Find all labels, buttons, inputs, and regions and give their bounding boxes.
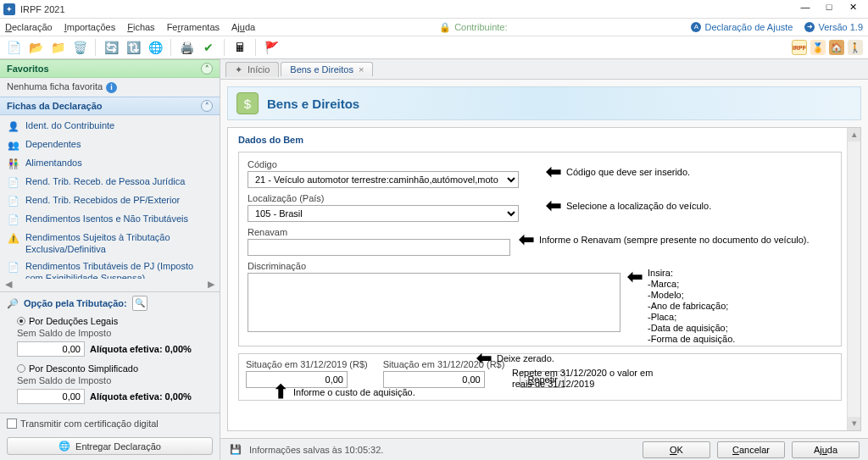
version-label: ➜Versão 1.9 <box>804 22 863 32</box>
sub-sem-saldo-2: Sem Saldo de Imposto <box>7 375 213 385</box>
menu-declaracao[interactable]: Declaração <box>5 22 53 32</box>
taxopt-title: Opção pela Tributação: <box>24 298 127 308</box>
window-title: IRPF 2021 <box>20 4 793 14</box>
sidebar-item-trib-exclusiva[interactable]: ⚠️Rendimentos Sujeitos à Tributação Excl… <box>0 229 220 258</box>
arrow-left-icon: ⬅ <box>546 200 561 212</box>
annot-discrim: Insira: -Marca; -Modelo; -Ano de fabrica… <box>648 268 735 345</box>
decl-type: ADeclaração de Ajuste <box>691 22 793 32</box>
toolbar: 📄 📂 📁 🗑️ 🔄 🔃 🌐 🖨️ ✔ 🖩 🚩 IRPF 🏅 🏠 🚶 <box>0 36 868 59</box>
situacao-row: Situação em 31/12/2019 (R$) Situação em … <box>238 353 842 401</box>
flag-icon[interactable]: 🚩 <box>263 39 280 56</box>
close-doc-icon[interactable]: 📁 <box>49 39 66 56</box>
page-title: Bens e Direitos <box>267 97 359 111</box>
content-area: ✦Início Bens e Direitos× $ Bens e Direit… <box>220 59 868 460</box>
annot-custo: Informe o custo de aquisição. <box>293 387 415 398</box>
tab-inicio[interactable]: ✦Início <box>225 62 279 77</box>
menu-importacoes[interactable]: Importações <box>64 22 116 32</box>
discrim-textarea[interactable] <box>248 273 620 332</box>
radio-simplificado[interactable]: Por Desconto Simplificado <box>7 362 213 375</box>
medal-icon[interactable]: 🏅 <box>810 40 826 55</box>
sidebar-item-rend-pf[interactable]: 📄Rend. Trib. Recebidos de PF/Exterior <box>0 191 220 210</box>
fichas-header[interactable]: Fichas da Declaração˄ <box>0 97 220 115</box>
trash-icon[interactable]: 🗑️ <box>71 39 88 56</box>
menu-ajuda[interactable]: Ajuda <box>231 22 255 32</box>
amount-1[interactable] <box>17 341 85 357</box>
magnifier-button[interactable]: 🔍 <box>132 296 147 311</box>
nav-next-icon[interactable]: ▶ <box>208 279 214 290</box>
amount-2[interactable] <box>17 389 85 404</box>
cancel-button[interactable]: Cancelar <box>717 441 785 458</box>
aliq-1: Alíquota efetiva: 0,00% <box>90 344 192 354</box>
irpf-badge: IRPF <box>792 40 807 55</box>
open-folder-icon[interactable]: 📂 <box>27 39 44 56</box>
annot-renavam: Informe o Renavam (sempre presente no do… <box>539 235 810 246</box>
favorites-empty: Nenhuma ficha favoritai <box>0 78 220 97</box>
sidebar: Favoritos˄ Nenhuma ficha favoritai Ficha… <box>0 59 220 460</box>
tax-option-panel: 🔎 Opção pela Tributação: 🔍 Por Deduções … <box>0 291 220 413</box>
menu-ferramentas[interactable]: Ferramentas <box>167 22 220 32</box>
money-icon: $ <box>236 92 259 114</box>
sit2019-input[interactable] <box>246 371 348 388</box>
arrow-left-icon: ⬅ <box>627 271 643 283</box>
sidebar-item-rend-pj[interactable]: 📄Rend. Trib. Receb. de Pessoa Jurídica <box>0 173 220 191</box>
ok-button[interactable]: OK <box>643 441 710 458</box>
save-status-icon: 💾 <box>229 443 242 457</box>
scroll-down-icon[interactable]: ▾ <box>848 417 860 430</box>
print-icon[interactable]: 🖨️ <box>178 39 195 56</box>
arrow-left-icon: ⬅ <box>519 234 534 246</box>
sidebar-item-ident[interactable]: 👤Ident. do Contribuinte <box>0 117 220 136</box>
sync2-icon[interactable]: 🔃 <box>125 39 142 56</box>
close-button[interactable]: ✕ <box>841 2 865 17</box>
nav-prev-icon[interactable]: ◀ <box>5 279 12 290</box>
fieldset-bem: Código 21 - Veículo automotor terrestre:… <box>238 152 842 346</box>
calculator-icon[interactable]: 🖩 <box>231 39 248 56</box>
person-icon[interactable]: 🚶 <box>848 40 863 55</box>
chevron-up-icon[interactable]: ˄ <box>201 100 213 112</box>
sit2020-input[interactable] <box>383 371 485 388</box>
scroll-up-icon[interactable]: ▴ <box>848 128 860 141</box>
sit2019-label: Situação em 31/12/2019 (R$) <box>246 359 368 369</box>
footer-bar: 💾 Informações salvas às 10:05:32. OK Can… <box>220 438 868 460</box>
sync-icon[interactable]: 🔄 <box>103 39 120 56</box>
section-dados-bem: Dados do Bem <box>228 128 860 148</box>
menu-fichas[interactable]: Fichas <box>127 22 154 32</box>
sidebar-item-dependentes[interactable]: 👥Dependentes <box>0 136 220 154</box>
cert-checkbox[interactable] <box>7 418 17 429</box>
check-icon[interactable]: ✔ <box>200 39 217 56</box>
annot-zerado: Deixe zerado. <box>497 353 554 364</box>
menu-bar: Declaração Importações Fichas Ferramenta… <box>0 19 868 36</box>
sub-sem-saldo-1: Sem Saldo de Imposto <box>7 328 213 338</box>
minimize-button[interactable]: — <box>793 2 817 17</box>
page-header: $ Bens e Direitos <box>227 86 861 120</box>
title-bar: ✦ IRPF 2021 — □ ✕ <box>0 0 868 19</box>
info-icon[interactable]: i <box>106 82 117 93</box>
annot-repete: Repete em 31/12/2020 o valor em reais de… <box>512 368 665 390</box>
help-button[interactable]: Ajuda <box>792 441 860 458</box>
codigo-select[interactable]: 21 - Veículo automotor terrestre:caminhã… <box>248 171 519 188</box>
favorites-header[interactable]: Favoritos˄ <box>0 59 220 78</box>
globe-icon[interactable]: 🌐 <box>147 39 164 56</box>
maximize-button[interactable]: □ <box>817 2 841 17</box>
radio-deducoes[interactable]: Por Deduções Legais <box>7 314 213 328</box>
deliver-button[interactable]: 🌐 Entregar Declaração <box>7 437 213 455</box>
sidebar-item-alimentandos[interactable]: 👫Alimentandos <box>0 154 220 173</box>
new-doc-icon[interactable]: 📄 <box>5 39 22 56</box>
app-icon: ✦ <box>3 3 15 15</box>
sidebar-item-exig-suspensa[interactable]: 📄Rendimentos Tributáveis de PJ (Imposto … <box>0 258 220 279</box>
cert-row[interactable]: Transmitir com certificação digital <box>0 413 220 434</box>
arrow-up-icon: ⬆ <box>273 386 288 398</box>
local-select[interactable]: 105 - Brasil <box>248 205 519 222</box>
arrow-left-icon: ⬅ <box>546 166 561 178</box>
discrim-label: Discriminação <box>248 261 832 271</box>
tab-close-icon[interactable]: × <box>359 64 364 75</box>
tab-bens-direitos[interactable]: Bens e Direitos× <box>281 62 373 76</box>
form-area: ▴ ▾ Dados do Bem Código 21 - Veículo aut… <box>227 127 861 431</box>
chevron-up-icon[interactable]: ˄ <box>201 63 213 75</box>
local-label: Localização (País) <box>248 193 832 203</box>
scrollbar[interactable]: ▴ ▾ <box>847 128 860 430</box>
renavam-input[interactable] <box>248 239 510 256</box>
annot-local: Selecione a localização do veículo. <box>566 201 711 212</box>
status-message: Informações salvas às 10:05:32. <box>249 445 636 455</box>
home-icon[interactable]: 🏠 <box>829 40 844 55</box>
sidebar-item-isentos[interactable]: 📄Rendimentos Isentos e Não Tributáveis <box>0 210 220 229</box>
